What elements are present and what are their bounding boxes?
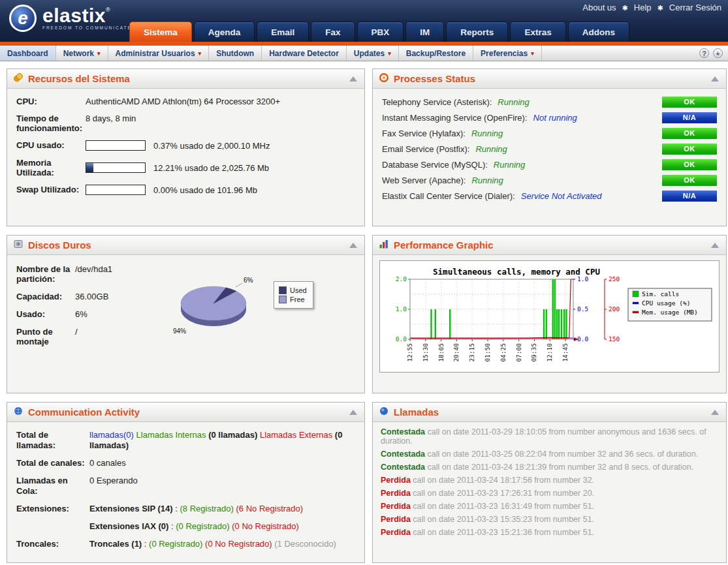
top-link-about-us[interactable]: About us bbox=[582, 3, 616, 12]
menu-item-label: Administrar Usuarios bbox=[116, 49, 195, 58]
dashboard-content: Recursos del Sistema CPU:AuthenticAMD AM… bbox=[0, 61, 728, 563]
collapse-arrow-icon[interactable] bbox=[349, 410, 357, 415]
tab-fax[interactable]: Fax bbox=[311, 22, 355, 42]
service-status: Running bbox=[471, 129, 503, 138]
panel-header: Communication Activity bbox=[7, 403, 364, 422]
svg-text:0.0: 0.0 bbox=[396, 335, 407, 343]
resource-row: CPU:AuthenticAMD AMD Athlon(tm) 64 Proce… bbox=[16, 97, 355, 106]
tab-extras[interactable]: Extras bbox=[510, 22, 565, 42]
system-resources-icon bbox=[13, 72, 24, 85]
activity-value: 0 Esperando bbox=[89, 476, 138, 496]
activity-segment: (8 Registrado) bbox=[180, 504, 234, 513]
legend-item: Used bbox=[279, 286, 307, 294]
menu-item-label: Shutdown bbox=[216, 49, 254, 58]
activity-label: Total de llamadas: bbox=[16, 430, 89, 451]
service-status: Running bbox=[498, 97, 529, 107]
menu-item-label: Updates bbox=[354, 49, 385, 58]
activity-label: Extensiones: bbox=[16, 504, 89, 514]
status-badge: N/A bbox=[662, 191, 717, 202]
menu-item-shutdown[interactable]: Shutdown bbox=[209, 46, 262, 61]
collapse-arrow-icon[interactable] bbox=[711, 243, 719, 248]
activity-segment: (0 No Registrado) bbox=[232, 521, 299, 531]
service-name: Database Service (MySQL): bbox=[382, 160, 488, 170]
chevron-down-icon: ▾ bbox=[97, 50, 101, 57]
disk-field: Capacidad:36.00GB bbox=[16, 292, 129, 301]
activity-value: Extensiones SIP (14) : (8 Registrado) (6… bbox=[89, 504, 303, 514]
process-row: Fax Service (Hylafax):RunningOK bbox=[382, 128, 717, 139]
top-links: About us✱Help✱Cerrar Sesión bbox=[582, 3, 721, 12]
top-link-help[interactable]: Help bbox=[634, 3, 652, 12]
panel-header: Llamadas bbox=[373, 403, 726, 422]
menu-item-label: Hardware Detector bbox=[269, 49, 339, 58]
tab-pbx[interactable]: PBX bbox=[357, 22, 404, 42]
resource-value: 0.37% usado de 2,000.10 MHz bbox=[86, 140, 270, 151]
communication-activity-icon bbox=[13, 406, 24, 419]
activity-segment: (0 Registrado) bbox=[176, 521, 229, 531]
top-link-cerrar-sesi-n[interactable]: Cerrar Sesión bbox=[669, 3, 721, 12]
disk-field: Nombre de la partición:/dev/hda1 bbox=[16, 264, 129, 284]
panel-processes-status: Processes Status Telephony Service (Aste… bbox=[372, 69, 727, 226]
menu-item-network[interactable]: Network▾ bbox=[56, 46, 108, 61]
collapse-arrow-icon[interactable] bbox=[711, 410, 719, 415]
activity-row: Total de llamadas:llamadas(0) Llamadas I… bbox=[16, 430, 355, 451]
svg-text:2.0: 2.0 bbox=[396, 275, 407, 282]
calls-icon bbox=[379, 406, 389, 419]
call-status: Perdida bbox=[381, 489, 411, 498]
menu-item-preferencias[interactable]: Preferencias▾ bbox=[473, 46, 542, 61]
progress-fill bbox=[86, 163, 93, 172]
collapse-arrow-icon[interactable] bbox=[711, 76, 719, 82]
tab-reports[interactable]: Reports bbox=[446, 22, 508, 42]
asterisk-separator: ✱ bbox=[622, 4, 628, 12]
activity-label: Llamadas en Cola: bbox=[16, 476, 89, 496]
calls-link[interactable]: llamadas(0) bbox=[89, 430, 134, 440]
tab-agenda[interactable]: Agenda bbox=[194, 22, 255, 42]
svg-text:04:25: 04:25 bbox=[499, 343, 507, 362]
panel-title: Discos Duros bbox=[28, 239, 345, 251]
disk-usage-pie-chart: 6%94% bbox=[163, 272, 274, 339]
activity-segment: (0 No Registrado) bbox=[205, 539, 272, 549]
menu-item-backup-restore[interactable]: Backup/Restore bbox=[399, 46, 473, 61]
resource-value: 8 days, 8 min bbox=[86, 114, 136, 133]
disk-field-label: Capacidad: bbox=[16, 292, 75, 301]
help-icon[interactable]: ? bbox=[699, 48, 709, 58]
disk-field-value: /dev/hda1 bbox=[75, 264, 112, 284]
disk-field-value: 6% bbox=[75, 309, 87, 319]
call-status: Perdida bbox=[381, 502, 411, 511]
brand-name: elastix bbox=[42, 5, 106, 26]
collapse-arrow-icon[interactable] bbox=[349, 76, 357, 82]
menu-item-dashboard[interactable]: Dashboard bbox=[0, 46, 56, 61]
resource-text: 0.00% usado de 101.96 Mb bbox=[153, 185, 257, 195]
activity-label: Total de canales: bbox=[16, 458, 89, 468]
svg-text:Sim. calls: Sim. calls bbox=[642, 290, 679, 298]
activity-value: 0 canales bbox=[89, 458, 126, 468]
disk-field-value: 36.00GB bbox=[75, 292, 108, 301]
activity-row: Total de canales:0 canales bbox=[16, 458, 355, 468]
app-header: e elastix® FREEDOM TO COMMUNICATE About … bbox=[0, 0, 728, 42]
resource-value: 0.00% usado de 101.96 Mb bbox=[86, 185, 257, 195]
service-name: Instant Messaging Service (OpenFire): bbox=[382, 113, 528, 123]
menu-item-hardware-detector[interactable]: Hardware Detector bbox=[262, 46, 347, 61]
tab-addons[interactable]: Addons bbox=[568, 22, 629, 42]
tab-sistema[interactable]: Sistema bbox=[129, 22, 192, 42]
panel-title: Communication Activity bbox=[28, 406, 345, 418]
tab-email[interactable]: Email bbox=[257, 22, 309, 42]
panel-title: Processes Status bbox=[394, 73, 706, 84]
elastix-logo[interactable]: e elastix® FREEDOM TO COMMUNICATE bbox=[9, 5, 132, 32]
resource-label: Swap Utilizado: bbox=[16, 185, 86, 195]
svg-text:01:50: 01:50 bbox=[484, 343, 491, 362]
collapse-arrow-icon[interactable] bbox=[349, 243, 357, 248]
activity-segment: Llamadas Externas bbox=[260, 430, 335, 440]
svg-text:12:10: 12:10 bbox=[546, 343, 553, 362]
disk-field-value: / bbox=[75, 327, 78, 346]
activity-row: Extensiones IAX (0) : (0 Registrado) (0 … bbox=[16, 521, 355, 532]
call-record: Perdida call on date 2011-03-23 15:35:23… bbox=[381, 515, 718, 524]
asterisk-separator: ✱ bbox=[657, 4, 663, 12]
process-row: Email Service (Postfix):RunningOK bbox=[382, 144, 717, 155]
plus-icon[interactable]: + bbox=[713, 48, 723, 58]
activity-row: Extensiones:Extensiones SIP (14) : (8 Re… bbox=[16, 504, 355, 514]
menu-item-administrar-usuarios[interactable]: Administrar Usuarios▾ bbox=[108, 46, 210, 61]
menu-item-updates[interactable]: Updates▾ bbox=[347, 46, 399, 61]
tab-im[interactable]: IM bbox=[405, 22, 444, 42]
service-name: Email Service (Postfix): bbox=[382, 144, 469, 154]
resource-row: Swap Utilizado:0.00% usado de 101.96 Mb bbox=[16, 185, 355, 195]
